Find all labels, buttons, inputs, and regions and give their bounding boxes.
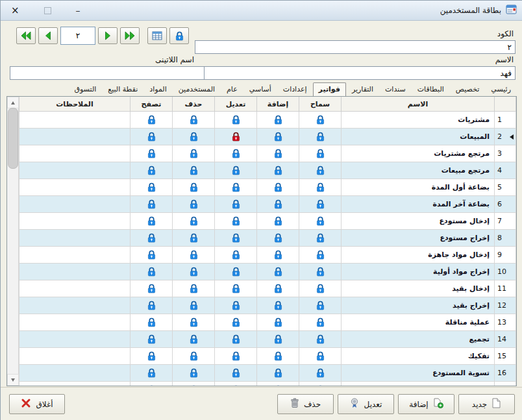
row-name-cell[interactable]: بضاعة آخر المدة bbox=[342, 196, 495, 213]
tab-reports[interactable]: التقارير bbox=[346, 82, 379, 96]
delete-permission-cell[interactable] bbox=[173, 179, 215, 196]
row-name-cell[interactable]: تجميع bbox=[342, 331, 495, 348]
allow-permission-cell[interactable] bbox=[299, 331, 342, 348]
notes-cell[interactable] bbox=[19, 297, 130, 314]
edit-permission-cell[interactable] bbox=[215, 365, 257, 382]
allow-permission-cell[interactable] bbox=[299, 112, 342, 129]
allow-permission-cell[interactable] bbox=[299, 314, 342, 331]
tab-shopping[interactable]: التسوق bbox=[69, 82, 103, 96]
row-number-cell[interactable]: 16 bbox=[495, 365, 516, 382]
browse-permission-cell[interactable] bbox=[130, 382, 173, 386]
row-number-cell[interactable]: 12 bbox=[495, 297, 516, 314]
edit-permission-cell[interactable] bbox=[215, 314, 257, 331]
row-name-cell[interactable]: إخراج بقيد bbox=[342, 297, 495, 314]
row-name-cell[interactable]: عملية مناقلة bbox=[342, 314, 495, 331]
edit-permission-cell[interactable] bbox=[215, 213, 257, 230]
row-number-cell[interactable]: 4 bbox=[495, 162, 516, 179]
table-row[interactable]: 3مرتجع مشتريات bbox=[19, 145, 516, 162]
add-permission-cell[interactable] bbox=[257, 112, 299, 129]
row-name-cell[interactable]: إخراج مستودع bbox=[342, 230, 495, 247]
allow-permission-cell[interactable] bbox=[299, 247, 342, 264]
add-permission-cell[interactable] bbox=[257, 213, 299, 230]
delete-permission-cell[interactable] bbox=[173, 365, 215, 382]
edit-button[interactable]: تعديل bbox=[338, 394, 394, 414]
delete-permission-cell[interactable] bbox=[173, 331, 215, 348]
browse-permission-cell[interactable] bbox=[130, 112, 173, 129]
scroll-down-button[interactable] bbox=[7, 374, 19, 386]
edit-permission-cell[interactable] bbox=[215, 280, 257, 297]
notes-cell[interactable] bbox=[19, 382, 130, 386]
close-button[interactable]: أغلاق bbox=[9, 394, 65, 414]
browse-permission-cell[interactable] bbox=[130, 348, 173, 365]
edit-permission-cell[interactable] bbox=[215, 179, 257, 196]
delete-permission-cell[interactable] bbox=[173, 230, 215, 247]
delete-permission-cell[interactable] bbox=[173, 247, 215, 264]
table-row[interactable]: 17الجرد الدوري bbox=[19, 382, 516, 386]
browse-permission-cell[interactable] bbox=[130, 280, 173, 297]
table-row[interactable]: 13عملية مناقلة bbox=[19, 314, 516, 331]
edit-permission-cell[interactable] bbox=[215, 247, 257, 264]
row-number-cell[interactable]: 6 bbox=[495, 196, 516, 213]
add-permission-cell[interactable] bbox=[257, 230, 299, 247]
add-permission-cell[interactable] bbox=[257, 162, 299, 179]
table-row[interactable]: 16تسوية المستودع bbox=[19, 365, 516, 382]
edit-permission-cell[interactable] bbox=[215, 264, 257, 280]
notes-cell[interactable] bbox=[19, 348, 130, 365]
datasheet-view-button[interactable] bbox=[147, 27, 167, 44]
row-name-cell[interactable]: بضاعة أول المدة bbox=[342, 179, 495, 196]
row-number-cell[interactable]: 1 bbox=[495, 112, 516, 129]
browse-permission-cell[interactable] bbox=[130, 129, 173, 145]
row-number-cell[interactable]: 7 bbox=[495, 213, 516, 230]
table-row[interactable]: 1مشتريات bbox=[19, 112, 516, 129]
allow-permission-cell[interactable] bbox=[299, 179, 342, 196]
table-row[interactable]: 15تفكيك bbox=[19, 348, 516, 365]
notes-cell[interactable] bbox=[19, 112, 130, 129]
maximize-window-button[interactable] bbox=[44, 7, 51, 14]
tab-materials[interactable]: المواد bbox=[143, 82, 172, 96]
delete-permission-cell[interactable] bbox=[173, 145, 215, 162]
browse-permission-cell[interactable] bbox=[130, 365, 173, 382]
browse-permission-cell[interactable] bbox=[130, 314, 173, 331]
notes-cell[interactable] bbox=[19, 196, 130, 213]
row-name-cell[interactable]: مرتجع مشتريات bbox=[342, 145, 495, 162]
row-number-cell[interactable]: 8 bbox=[495, 230, 516, 247]
browse-permission-cell[interactable] bbox=[130, 230, 173, 247]
row-name-cell[interactable]: إدخال مستودع bbox=[342, 213, 495, 230]
add-permission-cell[interactable] bbox=[257, 129, 299, 145]
add-permission-cell[interactable] bbox=[257, 247, 299, 264]
row-name-cell[interactable]: الجرد الدوري bbox=[342, 382, 495, 386]
new-button[interactable]: جديد bbox=[458, 394, 515, 414]
allow-permission-cell[interactable] bbox=[299, 348, 342, 365]
allow-permission-cell[interactable] bbox=[299, 297, 342, 314]
notes-cell[interactable] bbox=[19, 179, 130, 196]
notes-cell[interactable] bbox=[19, 365, 130, 382]
tab-cards[interactable]: البطاقات bbox=[412, 82, 450, 96]
edit-permission-cell[interactable] bbox=[215, 230, 257, 247]
edit-permission-cell[interactable] bbox=[215, 331, 257, 348]
scroll-up-button[interactable] bbox=[7, 97, 19, 108]
latin-name-field[interactable] bbox=[10, 66, 205, 80]
tab-basic[interactable]: أساسي bbox=[243, 82, 277, 96]
add-permission-cell[interactable] bbox=[257, 280, 299, 297]
first-record-button[interactable] bbox=[16, 27, 36, 44]
notes-cell[interactable] bbox=[19, 264, 130, 280]
table-row[interactable]: 5بضاعة أول المدة bbox=[19, 179, 516, 196]
row-name-cell[interactable]: المبيعات bbox=[342, 129, 495, 145]
tab-pos[interactable]: نقطة البيع bbox=[102, 82, 143, 96]
allow-permission-cell[interactable] bbox=[299, 264, 342, 280]
edit-permission-cell[interactable] bbox=[215, 382, 257, 386]
allow-permission-cell[interactable] bbox=[299, 129, 342, 145]
tab-general[interactable]: عام bbox=[221, 82, 243, 96]
minimize-window-button[interactable]: – bbox=[76, 6, 81, 15]
notes-cell[interactable] bbox=[19, 129, 130, 145]
last-record-button[interactable] bbox=[120, 27, 140, 44]
delete-permission-cell[interactable] bbox=[173, 314, 215, 331]
browse-permission-cell[interactable] bbox=[130, 179, 173, 196]
add-permission-cell[interactable] bbox=[257, 179, 299, 196]
edit-permission-cell[interactable] bbox=[215, 297, 257, 314]
tab-main[interactable]: رئيسي bbox=[485, 82, 517, 96]
add-permission-cell[interactable] bbox=[257, 314, 299, 331]
add-permission-cell[interactable] bbox=[257, 331, 299, 348]
table-row[interactable]: 11إدخال بقيد bbox=[19, 280, 516, 297]
row-number-cell[interactable]: 11 bbox=[495, 280, 516, 297]
